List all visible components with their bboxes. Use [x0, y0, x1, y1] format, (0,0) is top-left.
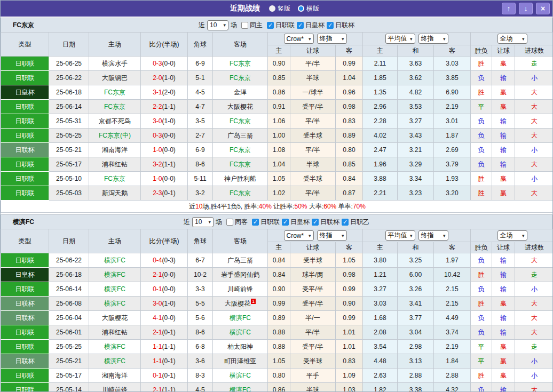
- corner-cell: 8-3: [188, 369, 213, 383]
- crow-handicap-cell: 受半球: [290, 129, 336, 143]
- recent-count-select[interactable]: 10 ▾: [192, 217, 214, 227]
- goals-result-cell: 大: [515, 114, 553, 129]
- result-cell: 负: [471, 253, 492, 268]
- window-buttons: ↑ ↓ ×: [502, 3, 550, 14]
- league-filter[interactable]: ✓日联杯: [327, 21, 354, 30]
- league-type-cell: 日联杯: [1, 297, 49, 311]
- scope-select[interactable]: 全场 ▾: [497, 34, 527, 44]
- league-filter[interactable]: ✓日职乙: [342, 218, 369, 227]
- league-type-cell: 日职联: [1, 282, 49, 297]
- goals-result-cell: 大: [515, 157, 553, 172]
- odds-source-value: Crow*: [287, 232, 304, 239]
- goals-result-cell: 大: [515, 311, 553, 325]
- checkbox-checked-icon[interactable]: ✓: [252, 219, 259, 226]
- checkbox-checked-icon[interactable]: ✓: [297, 22, 304, 29]
- checkbox-checked-icon[interactable]: ✓: [312, 219, 319, 226]
- odds-final-select[interactable]: 终指 ▾: [317, 34, 347, 44]
- match-row: 日职联25-05-17湘南海洋0-1(0-1)8-3横滨FC0.80平手1.09…: [1, 369, 553, 383]
- score-cell: 0-1(0-0): [141, 282, 188, 297]
- close-button[interactable]: ×: [536, 3, 550, 14]
- league-filter[interactable]: ✓日皇杯: [297, 21, 325, 30]
- odds-final-select[interactable]: 终指 ▾: [317, 230, 347, 241]
- avg-final-select[interactable]: 终指 ▾: [418, 34, 448, 44]
- league-type-cell: 日职联: [1, 100, 49, 114]
- same-venue-filter[interactable]: 同客: [226, 218, 248, 227]
- radio-checked-icon[interactable]: [298, 5, 304, 12]
- away-team-label: FC东京: [230, 146, 251, 154]
- odds-source-select[interactable]: Crow* ▾: [284, 230, 314, 241]
- away-team-label: FC东京: [230, 60, 251, 67]
- crow-home-odds-cell: 0.99: [268, 297, 290, 311]
- checkbox-checked-icon[interactable]: ✓: [267, 22, 274, 29]
- date-cell: 25-05-03: [49, 186, 89, 201]
- corner-cell: 5-1: [188, 71, 213, 85]
- full-score: 2-3: [153, 189, 162, 197]
- league-filter[interactable]: ✓日职联: [267, 21, 295, 30]
- league-filter[interactable]: ✓日联杯: [312, 218, 339, 227]
- summary-stat-value: 60%: [323, 203, 336, 210]
- summary-stat-value: 50%: [295, 203, 307, 210]
- league-filter[interactable]: ✓日皇杯: [282, 218, 310, 227]
- score-cell: 3-0(1-0): [141, 114, 188, 129]
- avg-draw-odds-cell: 2.88: [398, 369, 434, 383]
- checkbox-checked-icon[interactable]: ✓: [327, 22, 334, 29]
- league-filter[interactable]: ✓日职联: [252, 218, 280, 227]
- crow-home-odds-cell: 0.88: [268, 325, 290, 340]
- goals-result-cell: 小: [515, 354, 553, 369]
- league-filter-label: 日职乙: [350, 218, 369, 227]
- scroll-up-button[interactable]: ↑: [502, 3, 516, 14]
- league-type-cell: 日职联: [1, 114, 49, 129]
- match-row: 日职联25-06-01浦和红钻2-1(0-1)8-6横滨FC0.88平/半1.0…: [1, 325, 553, 340]
- goals-result-cell: 大: [515, 383, 553, 392]
- crow-away-odds-cell: 1.03: [336, 383, 363, 392]
- avg-source-select[interactable]: 平均值 ▾: [385, 34, 415, 44]
- away-team-label: 大阪樱花: [227, 103, 253, 110]
- league-type-cell: 日职联: [1, 340, 49, 354]
- crow-handicap-cell: 平/半: [290, 186, 336, 201]
- half-score: (1-1): [162, 343, 176, 350]
- checkbox-unchecked-icon[interactable]: [226, 219, 233, 226]
- recent-count-select[interactable]: 10 ▾: [207, 20, 228, 30]
- league-type-cell: 日职联: [1, 172, 49, 186]
- avg-draw-odds-cell: 3.26: [398, 282, 434, 297]
- half-score: (0-1): [162, 329, 176, 336]
- goals-result-cell: 走: [515, 57, 553, 71]
- league-type-cell: 日联杯: [1, 143, 49, 157]
- odds-source-select[interactable]: Crow* ▾: [284, 34, 314, 44]
- score-cell: 3-0(1-0): [141, 297, 188, 311]
- full-score: 2-0: [153, 74, 162, 82]
- crow-away-odds-cell: 0.99: [336, 282, 363, 297]
- scope-select[interactable]: 全场 ▾: [497, 230, 527, 241]
- half-score: (2-0): [162, 89, 176, 96]
- radio-unchecked-icon[interactable]: [269, 5, 275, 12]
- goals-result-cell: 大: [515, 100, 553, 114]
- checkbox-unchecked-icon[interactable]: [241, 22, 248, 29]
- avg-final-select[interactable]: 终指 ▾: [418, 230, 448, 241]
- avg-home-odds-cell: 1.96: [363, 157, 398, 172]
- home-team-cell: 湘南海洋: [89, 143, 141, 157]
- checkbox-checked-icon[interactable]: ✓: [282, 219, 289, 226]
- score-cell: 3-2(1-1): [141, 157, 188, 172]
- full-score: 3-0: [153, 117, 162, 125]
- crow-handicap-cell: 平/半: [290, 143, 336, 157]
- odds-final-value: 终指: [320, 231, 333, 240]
- avg-source-value: 平均值: [388, 34, 407, 43]
- team-name: 横滨FC: [13, 218, 34, 227]
- corner-cell: 8-6: [188, 157, 213, 172]
- league-type-cell: 日职联: [1, 57, 49, 71]
- same-venue-filter[interactable]: 同主: [241, 21, 263, 30]
- half-score: (1-1): [162, 161, 176, 168]
- crow-home-odds-cell: 0.89: [268, 311, 290, 325]
- handicap-result-cell: 赢: [492, 354, 515, 369]
- score-cell: 3-1(2-0): [141, 85, 188, 100]
- avg-source-select[interactable]: 平均值 ▾: [385, 230, 415, 241]
- full-score: 2-1: [153, 329, 162, 336]
- handicap-result-cell: 输: [492, 325, 515, 340]
- checkbox-checked-icon[interactable]: ✓: [342, 219, 349, 226]
- view-option-vertical[interactable]: 竖版: [269, 4, 290, 13]
- view-option-horizontal[interactable]: 横版: [298, 4, 319, 13]
- crow-away-odds-cell: 0.84: [336, 172, 363, 186]
- match-row: 日职联25-05-14川崎前锋2-1(1-1)4-5横滨FC0.86半球1.03…: [1, 383, 553, 392]
- scroll-down-button[interactable]: ↓: [519, 3, 533, 14]
- away-team-cell: 广岛三箭: [213, 129, 268, 143]
